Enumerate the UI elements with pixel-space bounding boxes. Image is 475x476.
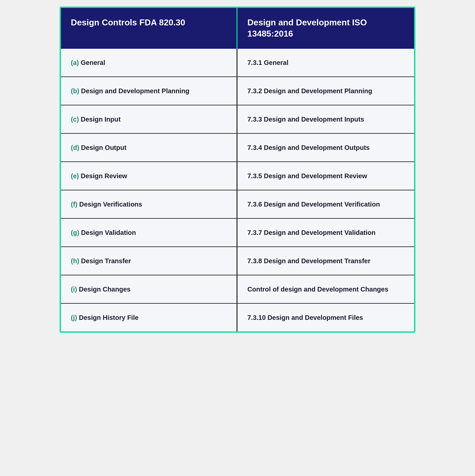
- table-row: (h) Design Transfer7.3.8 Design and Deve…: [61, 247, 414, 275]
- table-row: (d) Design Output7.3.4 Design and Develo…: [61, 134, 414, 162]
- cell-left-9: (j) Design History File: [61, 304, 238, 331]
- row-letter-1: (b): [71, 87, 79, 95]
- table-row: (f) Design Verifications7.3.6 Design and…: [61, 190, 414, 219]
- cell-right-9: 7.3.10 Design and Development Files: [238, 304, 414, 331]
- row-letter-5: (f): [71, 201, 77, 208]
- table-row: (a) General7.3.1 General: [61, 49, 414, 77]
- table-row: (i) Design ChangesControl of design and …: [61, 275, 414, 304]
- cell-right-2: 7.3.3 Design and Development Inputs: [238, 105, 414, 133]
- cell-right-5: 7.3.6 Design and Development Verificatio…: [238, 190, 414, 218]
- table-row: (c) Design Input7.3.3 Design and Develop…: [61, 105, 414, 134]
- row-letter-6: (g): [71, 229, 79, 236]
- row-letter-4: (e): [71, 172, 79, 180]
- comparison-table: Design Controls FDA 820.30 Design and De…: [60, 7, 415, 333]
- cell-left-3: (d) Design Output: [61, 134, 238, 161]
- row-letter-7: (h): [71, 257, 79, 265]
- cell-left-0: (a) General: [61, 49, 238, 76]
- row-letter-2: (c): [71, 116, 79, 123]
- row-letter-8: (i): [71, 286, 77, 293]
- cell-left-8: (i) Design Changes: [61, 275, 238, 303]
- cell-left-1: (b) Design and Development Planning: [61, 77, 238, 105]
- cell-left-6: (g) Design Validation: [61, 219, 238, 246]
- cell-left-7: (h) Design Transfer: [61, 247, 238, 275]
- cell-left-4: (e) Design Review: [61, 162, 238, 190]
- cell-right-1: 7.3.2 Design and Development Planning: [238, 77, 414, 105]
- row-letter-9: (j): [71, 314, 77, 321]
- cell-right-0: 7.3.1 General: [238, 49, 414, 76]
- cell-right-7: 7.3.8 Design and Development Transfer: [238, 247, 414, 275]
- header-col1: Design Controls FDA 820.30: [61, 8, 238, 49]
- cell-right-6: 7.3.7 Design and Development Validation: [238, 219, 414, 246]
- table-header: Design Controls FDA 820.30 Design and De…: [61, 8, 414, 49]
- cell-right-4: 7.3.5 Design and Development Review: [238, 162, 414, 190]
- cell-left-5: (f) Design Verifications: [61, 190, 238, 218]
- table-row: (b) Design and Development Planning7.3.2…: [61, 77, 414, 105]
- table-row: (j) Design History File7.3.10 Design and…: [61, 304, 414, 331]
- cell-right-3: 7.3.4 Design and Development Outputs: [238, 134, 414, 161]
- table-body: (a) General7.3.1 General(b) Design and D…: [61, 49, 414, 331]
- cell-right-8: Control of design and Development Change…: [238, 275, 414, 303]
- table-row: (g) Design Validation7.3.7 Design and De…: [61, 219, 414, 247]
- header-col2: Design and Development ISO 13485:2016: [238, 8, 414, 49]
- row-letter-0: (a): [71, 59, 79, 66]
- table-row: (e) Design Review7.3.5 Design and Develo…: [61, 162, 414, 190]
- row-letter-3: (d): [71, 144, 79, 151]
- cell-left-2: (c) Design Input: [61, 105, 238, 133]
